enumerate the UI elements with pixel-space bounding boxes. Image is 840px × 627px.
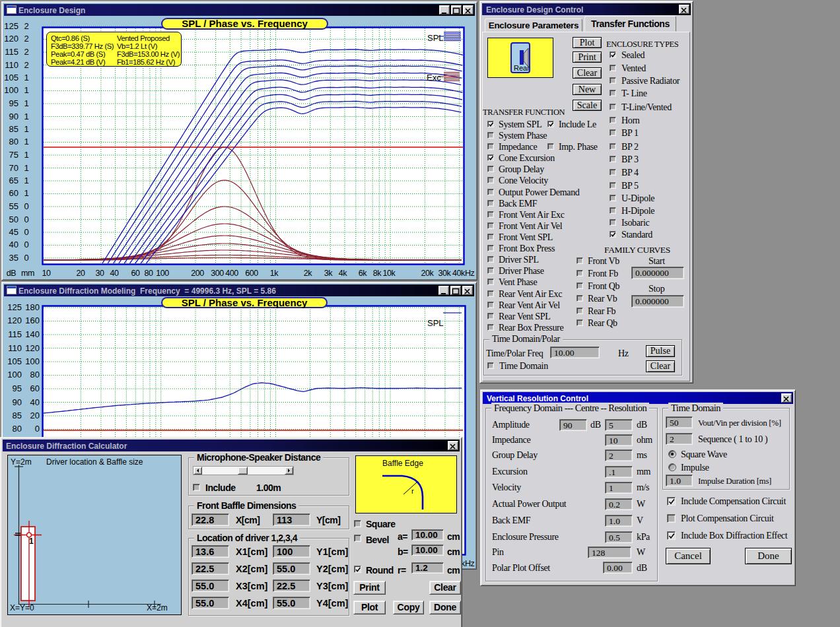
svg-text:r: r xyxy=(411,487,414,495)
